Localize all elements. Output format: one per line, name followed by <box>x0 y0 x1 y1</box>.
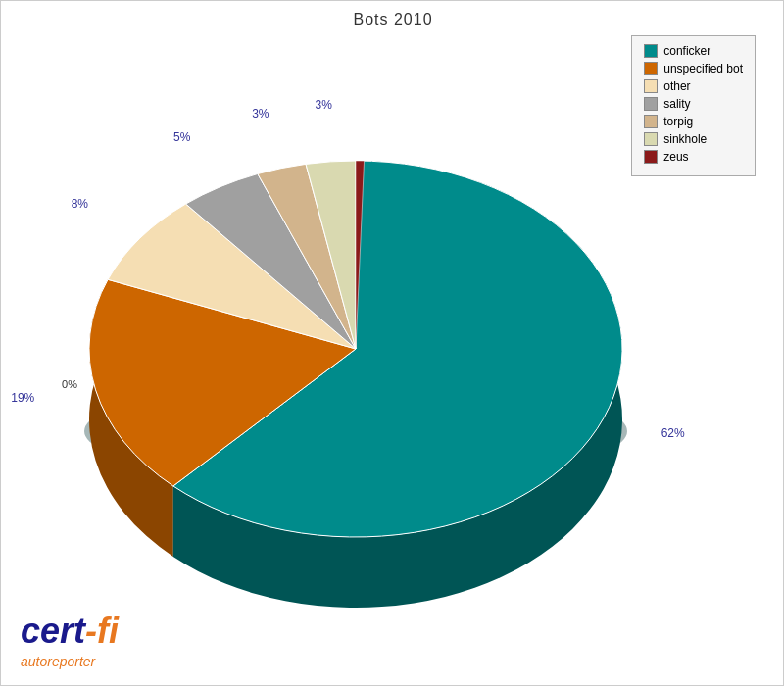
legend-label: conficker <box>663 44 710 58</box>
label-sinkhole: 3% <box>316 98 333 112</box>
legend-item-other: other <box>644 79 743 93</box>
chart-container: Bots 2010 62%19%8%5%3%3%0% confickerunsp… <box>1 1 784 686</box>
legend-color-sality <box>644 97 658 111</box>
legend-item-conficker: conficker <box>644 44 743 58</box>
legend-color-other <box>644 79 658 93</box>
logo-sub-text: autoreporter <box>21 654 119 669</box>
legend-label: unspecified bot <box>663 62 743 75</box>
pie-slices-top <box>89 161 622 537</box>
logo: cert-fi autoreporter <box>21 611 119 669</box>
legend-label: torpig <box>663 115 693 128</box>
label-zeus: 0% <box>62 378 77 390</box>
legend-color-zeus <box>644 150 658 164</box>
legend: confickerunspecified botothersalitytorpi… <box>631 35 756 176</box>
label-sality: 5% <box>173 130 191 144</box>
legend-color-conficker <box>644 44 658 58</box>
label-conficker: 62% <box>662 426 685 440</box>
legend-item-torpig: torpig <box>644 115 743 128</box>
legend-color-sinkhole <box>644 132 658 146</box>
logo-fi-text: -fi <box>85 611 119 651</box>
legend-label: other <box>663 79 690 93</box>
legend-item-sality: sality <box>644 97 743 111</box>
label-other: 8% <box>72 197 89 211</box>
logo-cert-text: cert <box>21 611 85 651</box>
legend-label: sality <box>663 97 690 111</box>
label-torpig: 3% <box>252 107 270 121</box>
label-unspecified_bot: 19% <box>11 391 34 405</box>
legend-color-unspecified_bot <box>644 62 658 75</box>
legend-item-sinkhole: sinkhole <box>644 132 743 146</box>
legend-item-zeus: zeus <box>644 150 743 164</box>
legend-item-unspecified_bot: unspecified bot <box>644 62 743 75</box>
legend-label: zeus <box>663 150 688 164</box>
legend-color-torpig <box>644 115 658 128</box>
legend-label: sinkhole <box>663 132 707 146</box>
